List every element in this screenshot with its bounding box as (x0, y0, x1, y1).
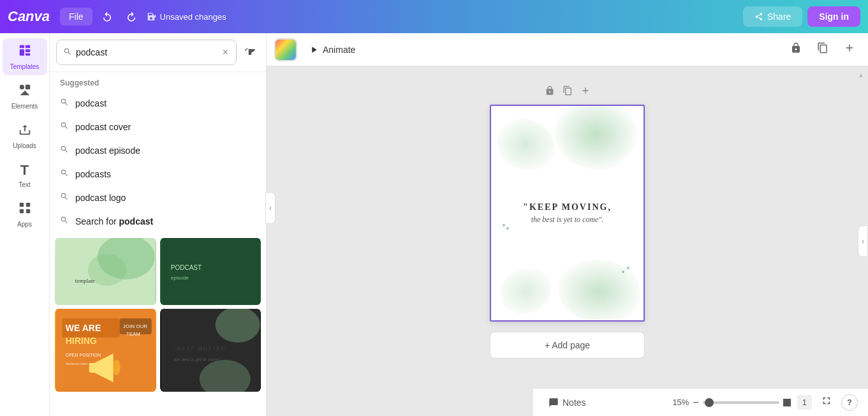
color-swatch[interactable] (274, 38, 297, 61)
zoom-controls: 15% − (672, 397, 790, 408)
page-add-icon[interactable] (580, 85, 591, 98)
page-actions (545, 85, 591, 98)
suggestion-search-icon-1 (60, 98, 69, 108)
page-quote-sub: the best is yet to come". (504, 215, 631, 225)
svg-rect-2 (19, 49, 24, 56)
hide-right-panel-button[interactable]: › (858, 225, 868, 257)
search-box-wrap: × (50, 33, 266, 72)
left-sidebar: Templates Elements Uploads T Text Apps (0, 33, 50, 416)
suggestion-podcasts[interactable]: podcasts (50, 162, 266, 186)
signin-button[interactable]: Sign in (807, 6, 860, 27)
zoom-slider[interactable] (703, 401, 779, 404)
canvas-area: Animate (267, 33, 868, 416)
canva-logo: Canva (8, 8, 50, 25)
text-icon: T (20, 162, 29, 179)
template-thumb-4[interactable]: "KEEP MOVING, the best is yet to come". (160, 309, 261, 392)
apps-icon (18, 201, 32, 218)
zoom-out-button[interactable]: − (693, 397, 698, 408)
sidebar-item-apps[interactable]: Apps (3, 196, 47, 233)
copy-button[interactable] (812, 38, 834, 61)
suggestion-search-icon-5 (60, 192, 69, 203)
suggestion-podcast-episode[interactable]: podcast episode (50, 138, 266, 162)
page-quote-main: "KEEP MOVING, (504, 202, 631, 212)
notes-button[interactable]: Notes (543, 394, 591, 412)
watercolor-splash-bottom (557, 260, 640, 322)
sidebar-item-templates-label: Templates (10, 63, 40, 70)
svg-rect-8 (19, 203, 23, 207)
search-panel: × Suggested podcast podcast cover podcas… (50, 33, 267, 416)
svg-rect-4 (25, 54, 29, 56)
svg-text:HIRING: HIRING (66, 336, 97, 346)
zoom-percent: 15% (672, 397, 689, 407)
sidebar-item-elements-label: Elements (11, 103, 38, 110)
suggestion-text-6: Search for podcast (75, 216, 153, 227)
unsaved-indicator: Unsaved changes (146, 11, 226, 22)
suggestion-text-1: podcast (75, 98, 107, 108)
template-thumb-2[interactable]: PODCAST episode (160, 238, 261, 305)
suggestion-text-4: podcasts (75, 169, 111, 179)
svg-text:OPEN POSITION: OPEN POSITION (66, 353, 101, 357)
add-page-button[interactable]: + Add page (490, 332, 645, 359)
page-card[interactable]: "KEEP MOVING, the best is yet to come". (490, 105, 645, 322)
suggestion-text-3: podcast episode (75, 145, 140, 156)
svg-rect-1 (25, 45, 29, 48)
sidebar-item-uploads-label: Uploads (13, 142, 36, 149)
redo-button[interactable] (122, 7, 141, 26)
suggestion-podcast[interactable]: podcast (50, 91, 266, 115)
suggestion-search-icon-6 (60, 216, 69, 227)
add-page-icon-button[interactable] (839, 38, 860, 61)
scroll-up-indicator: ▲ (858, 71, 864, 78)
suggestion-search-for-podcast[interactable]: Search for podcast (50, 209, 266, 233)
svg-text:TEAM: TEAM (126, 331, 141, 337)
sidebar-item-templates[interactable]: Templates (3, 38, 47, 75)
clear-search-button[interactable]: × (221, 45, 230, 59)
undo-button[interactable] (98, 7, 117, 26)
dot-1 (503, 224, 505, 227)
suggestions-dropdown: Suggested podcast podcast cover podcast … (50, 72, 266, 233)
canvas-content: "KEEP MOVING, the best is yet to come". … (267, 66, 868, 416)
expand-button[interactable] (818, 392, 835, 412)
suggestion-search-icon-4 (60, 168, 69, 179)
sidebar-item-elements[interactable]: Elements (3, 78, 47, 115)
hide-panel-button[interactable]: ‹ (265, 192, 276, 224)
template-thumb-3[interactable]: WE ARE HIRING OPEN POSITION Various role… (55, 309, 156, 392)
svg-rect-11 (26, 209, 29, 213)
svg-marker-7 (20, 91, 29, 95)
suggestion-podcast-cover[interactable]: podcast cover (50, 115, 266, 138)
filter-button[interactable] (240, 43, 260, 63)
share-button[interactable]: Share (743, 6, 802, 27)
svg-rect-10 (19, 209, 23, 213)
svg-rect-6 (25, 85, 29, 89)
watercolor-splash-bottom2 (501, 269, 552, 314)
page-lock-icon[interactable] (545, 85, 555, 98)
template-thumb-1[interactable]: template (55, 238, 156, 305)
svg-rect-3 (25, 49, 29, 52)
svg-text:JOIN OUR: JOIN OUR (123, 323, 147, 329)
suggestion-podcast-logo[interactable]: podcast logo (50, 186, 266, 209)
search-input[interactable] (76, 47, 217, 57)
svg-rect-29 (89, 363, 96, 373)
svg-rect-9 (26, 203, 29, 207)
file-menu-button[interactable]: File (60, 8, 92, 26)
help-button[interactable]: ? (841, 394, 858, 411)
page-text-block: "KEEP MOVING, the best is yet to come". (504, 202, 631, 225)
svg-text:PODCAST: PODCAST (170, 264, 201, 271)
suggestions-label: Suggested (50, 72, 266, 91)
templates-icon (18, 43, 32, 61)
suggestion-search-icon-3 (60, 145, 69, 156)
sidebar-item-text[interactable]: T Text (3, 157, 47, 193)
lock-button[interactable] (785, 38, 807, 61)
uploads-icon (18, 123, 32, 140)
bottombar: Notes 15% − 1 ? (533, 388, 868, 416)
page-copy-icon[interactable] (563, 85, 573, 98)
search-icon (63, 47, 72, 58)
svg-rect-16 (161, 238, 260, 305)
page-number[interactable]: 1 (797, 395, 812, 410)
sidebar-item-apps-label: Apps (17, 221, 32, 228)
svg-point-30 (113, 360, 121, 375)
animate-button[interactable]: Animate (302, 41, 362, 59)
svg-rect-0 (19, 45, 24, 48)
sidebar-item-uploads[interactable]: Uploads (3, 117, 47, 154)
svg-text:WE ARE: WE ARE (66, 323, 101, 333)
svg-text:the best is yet to come".: the best is yet to come". (173, 357, 221, 362)
